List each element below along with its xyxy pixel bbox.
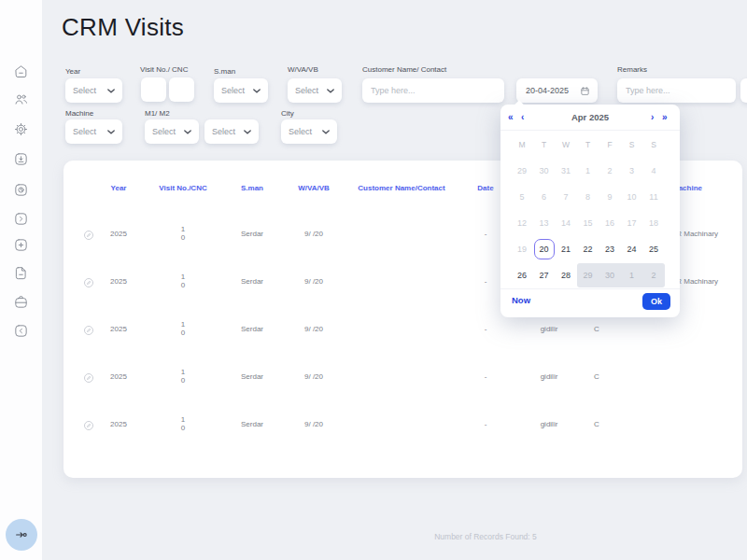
edit-icon bbox=[83, 420, 94, 431]
calendar-day[interactable]: 3 bbox=[622, 161, 642, 181]
calendar-day[interactable]: 28 bbox=[556, 265, 576, 286]
year-filter-select[interactable]: Select bbox=[65, 78, 122, 103]
calendar-day[interactable]: 27 bbox=[534, 265, 555, 286]
logout-button[interactable] bbox=[6, 519, 37, 551]
edit-row-button[interactable] bbox=[83, 275, 94, 287]
calendar-day[interactable]: 24 bbox=[622, 239, 642, 259]
calendar-day[interactable]: 2 bbox=[643, 265, 664, 286]
document-icon bbox=[13, 265, 29, 281]
calendar-day[interactable]: 6 bbox=[534, 187, 555, 207]
machine-filter-label: Machine bbox=[65, 109, 93, 118]
next-year-button[interactable]: » bbox=[662, 112, 668, 123]
chevron-down-icon bbox=[327, 89, 334, 93]
calendar-day[interactable]: 8 bbox=[578, 187, 599, 207]
edit-row-button[interactable] bbox=[83, 323, 94, 334]
calendar-day[interactable]: 7 bbox=[556, 187, 576, 207]
customer-filter-input[interactable] bbox=[362, 78, 504, 103]
sidebar-item-back[interactable] bbox=[13, 323, 29, 339]
calendar-day[interactable]: 13 bbox=[534, 213, 555, 233]
chevron-right-icon bbox=[13, 211, 29, 227]
sidebar-item-archive[interactable] bbox=[13, 294, 29, 310]
calendar-day[interactable]: 12 bbox=[512, 213, 532, 233]
m2-filter-select[interactable]: Select bbox=[204, 119, 259, 144]
calendar-day[interactable]: 17 bbox=[622, 213, 642, 233]
chevron-down-icon bbox=[107, 89, 115, 93]
calendar-day[interactable]: 18 bbox=[643, 213, 664, 233]
calendar-icon bbox=[580, 86, 590, 96]
edit-icon bbox=[83, 277, 94, 288]
wvavb-filter-select[interactable]: Select bbox=[288, 78, 342, 103]
calendar-day[interactable]: 30 bbox=[599, 265, 620, 286]
edit-row-button[interactable] bbox=[83, 418, 94, 429]
date-filter-field[interactable] bbox=[516, 78, 598, 103]
calendar-day[interactable]: 11 bbox=[643, 187, 664, 207]
edit-row-button[interactable] bbox=[83, 371, 94, 382]
weekday-label: S bbox=[629, 140, 635, 149]
calendar-day[interactable]: 23 bbox=[599, 239, 620, 259]
city-filter-label: City bbox=[281, 109, 294, 118]
next-month-button[interactable]: › bbox=[651, 112, 654, 123]
calendar-day[interactable]: 26 bbox=[512, 265, 532, 286]
history-icon bbox=[13, 182, 29, 198]
sidebar-item-users[interactable] bbox=[13, 91, 29, 107]
visit-no-input-2[interactable] bbox=[169, 77, 194, 102]
sidebar-item-document[interactable] bbox=[13, 265, 29, 281]
calendar-day[interactable]: 5 bbox=[512, 187, 532, 207]
year-filter-label: Year bbox=[65, 67, 80, 76]
calendar-day[interactable]: 29 bbox=[512, 161, 532, 181]
records-found-label: Number of Records Found: 5 bbox=[336, 532, 635, 541]
calendar-day[interactable]: 10 bbox=[622, 187, 642, 207]
sidebar-item-download[interactable] bbox=[13, 151, 29, 167]
home-icon bbox=[13, 63, 29, 79]
calendar-day[interactable]: 9 bbox=[599, 187, 620, 207]
m1-filter-select[interactable]: Select bbox=[145, 119, 199, 144]
calendar-day[interactable]: 29 bbox=[578, 265, 599, 286]
calendar-day[interactable]: 14 bbox=[556, 213, 576, 233]
machine-filter-select[interactable]: Select bbox=[65, 119, 122, 144]
plus-icon bbox=[13, 237, 29, 253]
gear-icon bbox=[13, 121, 29, 137]
calendar-day[interactable]: 19 bbox=[512, 239, 532, 259]
calendar-day[interactable]: 15 bbox=[578, 213, 599, 233]
calendar-day[interactable]: 25 bbox=[643, 239, 664, 259]
city-filter-select[interactable]: Select bbox=[281, 119, 337, 144]
calendar-day[interactable]: 21 bbox=[556, 239, 576, 259]
sidebar-item-add[interactable] bbox=[13, 237, 29, 253]
calendar-day[interactable]: 30 bbox=[534, 161, 555, 181]
archive-icon bbox=[13, 294, 29, 310]
sidebar-item-next[interactable] bbox=[13, 211, 29, 227]
sidebar-item-home[interactable] bbox=[13, 63, 29, 79]
calendar-day[interactable]: 1 bbox=[578, 161, 599, 181]
sidebar-item-history[interactable] bbox=[13, 182, 29, 198]
logout-icon bbox=[14, 527, 29, 542]
weekday-label: S bbox=[651, 140, 656, 149]
remarks-filter-label: Remarks bbox=[617, 65, 647, 74]
chevron-left-icon bbox=[13, 323, 29, 339]
visit-filter-label: Visit No./ CNC bbox=[140, 65, 188, 74]
remarks-filter-input[interactable] bbox=[617, 78, 736, 103]
chevron-down-icon bbox=[107, 130, 115, 134]
calendar-day-selected[interactable]: 20 bbox=[534, 239, 555, 259]
date-picker-popup: « ‹ Apr 2025 › » MTWTFSS2930311234567891… bbox=[500, 105, 680, 317]
calendar-ok-button[interactable]: Ok bbox=[642, 293, 670, 310]
calendar-day[interactable]: 31 bbox=[556, 161, 576, 181]
m1m2-filter-label: M1/ M2 bbox=[145, 109, 170, 118]
edit-row-button[interactable] bbox=[83, 228, 94, 239]
chevron-down-icon bbox=[244, 130, 251, 134]
date-filter-input[interactable] bbox=[524, 85, 580, 96]
sman-filter-select[interactable]: Select bbox=[214, 78, 268, 103]
calendar-day[interactable]: 4 bbox=[643, 161, 664, 181]
calendar-footer-divider bbox=[500, 288, 680, 289]
calendar-day[interactable]: 1 bbox=[622, 265, 642, 286]
visit-no-input-1[interactable] bbox=[141, 77, 166, 102]
sidebar-item-settings[interactable] bbox=[13, 121, 29, 137]
edit-icon bbox=[83, 230, 94, 241]
cutoff-filter-control[interactable] bbox=[740, 78, 747, 103]
calendar-header-divider bbox=[500, 130, 680, 131]
calendar-day[interactable]: 16 bbox=[599, 213, 620, 233]
calendar-day[interactable]: 22 bbox=[578, 239, 599, 259]
calendar-now-link[interactable]: Now bbox=[512, 295, 530, 305]
weekday-label: M bbox=[518, 140, 525, 149]
page-title: CRM Visits bbox=[62, 13, 184, 42]
calendar-day[interactable]: 2 bbox=[599, 161, 620, 181]
